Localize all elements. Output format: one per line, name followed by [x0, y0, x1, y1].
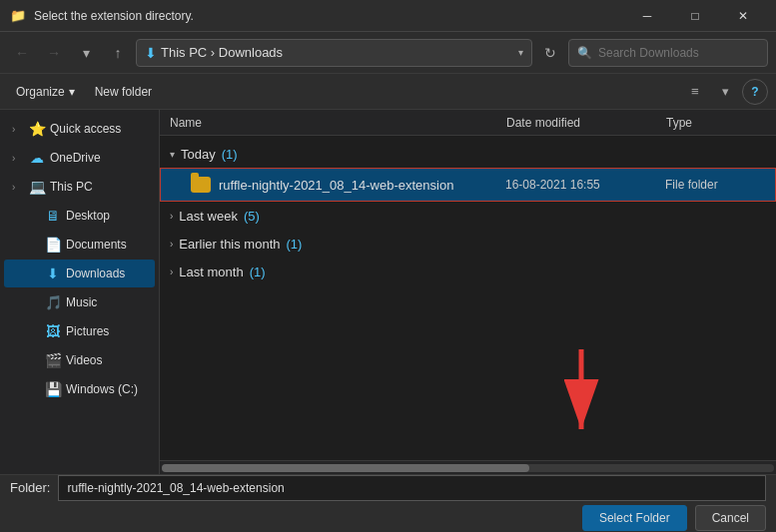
- folder-row: Folder:: [0, 471, 776, 505]
- sidebar-label-this-pc: This PC: [50, 180, 93, 194]
- scrollbar-thumb: [162, 464, 529, 472]
- sidebar-label-music: Music: [66, 295, 97, 309]
- file-name: ruffle-nightly-2021_08_14-web-extension: [219, 178, 505, 193]
- forward-icon: →: [47, 45, 61, 61]
- col-type-header: Type: [666, 116, 766, 130]
- sidebar-item-videos[interactable]: 🎬Videos: [4, 346, 155, 374]
- address-path[interactable]: ⬇ This PC › Downloads ▾: [136, 39, 532, 67]
- help-icon: ?: [751, 85, 758, 99]
- file-group-3: ›Last month (1): [160, 258, 776, 285]
- refresh-icon: ↻: [544, 45, 556, 61]
- address-path-text: This PC › Downloads: [161, 45, 514, 60]
- sidebar-label-videos: Videos: [66, 353, 102, 367]
- group-count: (1): [287, 237, 303, 252]
- file-area: Name Date modified Type ▾Today (1)ruffle…: [160, 110, 776, 474]
- bottom-bar: Folder: Select Folder Cancel: [0, 474, 776, 532]
- chevron-icon: ›: [12, 153, 24, 164]
- folder-input[interactable]: [58, 475, 766, 501]
- pictures-icon: 🖼: [44, 322, 62, 340]
- maximize-button[interactable]: □: [672, 0, 718, 32]
- back-button[interactable]: ←: [8, 39, 36, 67]
- back-icon: ←: [15, 45, 29, 61]
- group-count: (1): [250, 265, 266, 279]
- search-box: 🔍: [568, 39, 768, 67]
- search-input[interactable]: [598, 46, 759, 60]
- group-chevron-icon: ›: [170, 266, 173, 277]
- sidebar-item-documents[interactable]: 📄Documents: [4, 231, 155, 259]
- sidebar-label-pictures: Pictures: [66, 324, 109, 338]
- group-header-2[interactable]: ›Earlier this month (1): [160, 230, 776, 258]
- file-group-0: ▾Today (1)ruffle-nightly-2021_08_14-web-…: [160, 140, 776, 202]
- view-chevron-icon: ▾: [722, 84, 729, 99]
- sidebar-item-music[interactable]: 🎵Music: [4, 288, 155, 316]
- downloads-path-icon: ⬇: [145, 45, 157, 61]
- up-icon: ↑: [115, 45, 122, 61]
- col-name-header: Name: [170, 116, 506, 130]
- file-row[interactable]: ruffle-nightly-2021_08_14-web-extension1…: [160, 168, 776, 202]
- group-header-0[interactable]: ▾Today (1): [160, 140, 776, 168]
- sidebar-item-windows-c[interactable]: 💾Windows (C:): [4, 375, 155, 403]
- group-count: (5): [244, 209, 260, 224]
- search-icon: 🔍: [577, 46, 592, 60]
- toolbar: Organize ▾ New folder ≡ ▾ ?: [0, 74, 776, 110]
- minimize-button[interactable]: ─: [624, 0, 670, 32]
- view-button[interactable]: ≡: [682, 79, 708, 105]
- group-header-1[interactable]: ›Last week (5): [160, 202, 776, 230]
- scrollbar-track: [162, 464, 774, 472]
- downloads-icon: ⬇: [44, 265, 62, 282]
- group-label: Last month: [179, 265, 243, 279]
- file-list: ▾Today (1)ruffle-nightly-2021_08_14-web-…: [160, 136, 776, 460]
- dropdown-button[interactable]: ▾: [72, 39, 100, 67]
- new-folder-button[interactable]: New folder: [87, 79, 160, 105]
- view-icon: ≡: [691, 84, 699, 99]
- file-date: 16-08-2021 16:55: [505, 178, 665, 192]
- group-chevron-icon: ›: [170, 211, 173, 222]
- sidebar-item-this-pc[interactable]: ›💻This PC: [4, 173, 155, 201]
- group-chevron-icon: ▾: [170, 149, 175, 160]
- organize-button[interactable]: Organize ▾: [8, 79, 83, 105]
- sidebar-item-desktop[interactable]: 🖥Desktop: [4, 202, 155, 230]
- title-bar: 📁 Select the extension directory. ─ □ ✕: [0, 0, 776, 32]
- group-chevron-icon: ›: [170, 239, 173, 250]
- up-button[interactable]: ↑: [104, 39, 132, 67]
- file-group-1: ›Last week (5): [160, 202, 776, 230]
- music-icon: 🎵: [44, 293, 62, 311]
- new-folder-label: New folder: [95, 85, 152, 99]
- title-bar-title: Select the extension directory.: [34, 9, 624, 23]
- sidebar-item-quick-access[interactable]: ›⭐Quick access: [4, 115, 155, 143]
- column-headers: Name Date modified Type: [160, 110, 776, 136]
- main-content: ›⭐Quick access›☁OneDrive›💻This PC🖥Deskto…: [0, 110, 776, 474]
- group-count: (1): [222, 147, 238, 162]
- help-button[interactable]: ?: [742, 79, 768, 105]
- forward-button[interactable]: →: [40, 39, 68, 67]
- group-header-3[interactable]: ›Last month (1): [160, 258, 776, 285]
- dropdown-icon: ▾: [83, 45, 90, 61]
- col-date-header: Date modified: [506, 116, 666, 130]
- desktop-icon: 🖥: [44, 207, 62, 225]
- sidebar-label-desktop: Desktop: [66, 209, 110, 223]
- chevron-icon: ›: [12, 124, 24, 135]
- file-type: File folder: [665, 178, 765, 192]
- folder-label: Folder:: [10, 480, 50, 495]
- chevron-icon: ›: [12, 182, 24, 193]
- sidebar-item-pictures[interactable]: 🖼Pictures: [4, 317, 155, 345]
- cancel-button[interactable]: Cancel: [695, 505, 766, 531]
- sidebar-label-downloads: Downloads: [66, 266, 125, 280]
- group-label: Today: [181, 147, 216, 162]
- organize-chevron-icon: ▾: [69, 85, 75, 99]
- file-group-2: ›Earlier this month (1): [160, 230, 776, 258]
- group-label: Last week: [179, 209, 238, 224]
- select-folder-button[interactable]: Select Folder: [582, 505, 687, 531]
- address-bar: ← → ▾ ↑ ⬇ This PC › Downloads ▾ ↻ 🔍: [0, 32, 776, 74]
- sidebar-label-quick-access: Quick access: [50, 122, 121, 136]
- refresh-button[interactable]: ↻: [536, 39, 564, 67]
- sidebar-item-onedrive[interactable]: ›☁OneDrive: [4, 144, 155, 172]
- sidebar-label-documents: Documents: [66, 238, 127, 252]
- close-button[interactable]: ✕: [720, 0, 766, 32]
- sidebar-label-windows-c: Windows (C:): [66, 382, 138, 396]
- quick-access-icon: ⭐: [28, 120, 46, 138]
- view-chevron-button[interactable]: ▾: [712, 79, 738, 105]
- sidebar-item-downloads[interactable]: ⬇Downloads: [4, 260, 155, 287]
- documents-icon: 📄: [44, 236, 62, 254]
- organize-label: Organize: [16, 85, 65, 99]
